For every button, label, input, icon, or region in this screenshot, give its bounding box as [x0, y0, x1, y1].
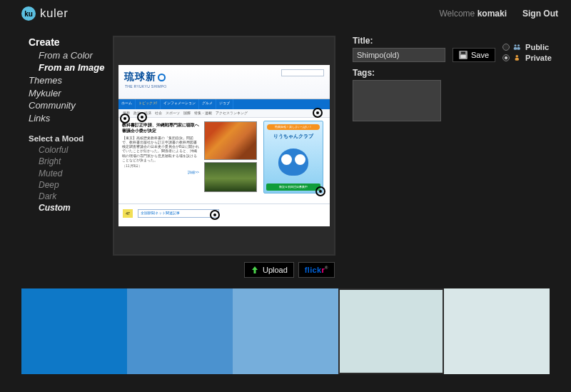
nav-themes[interactable]: Themes	[29, 74, 107, 87]
person-icon	[513, 54, 522, 61]
swatch-4[interactable]	[444, 288, 550, 374]
mood-deep[interactable]: Deep	[29, 179, 107, 191]
nav-create[interactable]: Create	[29, 36, 107, 49]
mood-custom[interactable]: Custom	[29, 202, 107, 213]
mood-muted[interactable]: Muted	[29, 168, 107, 179]
ss-headline: 教科書訂正申請、沖縄戦専門家に聴取へ 審議会小委が決定	[122, 122, 199, 134]
tags-input[interactable]	[353, 80, 441, 121]
tags-label: Tags:	[353, 68, 550, 78]
upload-label: Upload	[263, 266, 288, 274]
main: Create From a Color From an Image Themes…	[0, 24, 571, 256]
welcome-prefix: Welcome	[440, 9, 477, 19]
ss-tabs: ホーム トピックス! インフォメーション グルメ ジョブ	[118, 99, 330, 109]
brand: ku kuler	[21, 6, 68, 21]
flickr-button[interactable]: flickr®	[298, 262, 335, 278]
ss-yellow-badge: 47	[123, 209, 133, 218]
private-label: Private	[525, 54, 552, 62]
swatch-0[interactable]	[21, 288, 127, 374]
header: ku kuler Welcome komaki Sign Out	[0, 0, 571, 24]
palette-swatches	[21, 288, 550, 374]
ss-promo: 特典満載！楽しさいっぱい！ りうちゃんクラブ 新規＆初回注目募集中	[263, 121, 323, 194]
ss-body-text: 【東京】高校歴史教科書の「集団自決」問題で、教科書出版社から訂正申請書の教科用図…	[122, 136, 199, 163]
brand-logo-icon: ku	[21, 6, 36, 21]
upload-arrow-icon	[251, 266, 259, 274]
nav-links[interactable]: Links	[29, 112, 107, 125]
ss-photo-2	[204, 162, 257, 192]
nav-from-color[interactable]: From a Color	[29, 49, 107, 62]
header-right: Welcome komaki Sign Out	[440, 9, 559, 19]
svg-point-4	[517, 44, 520, 46]
ss-menu: 最新 政治 経済 社会 スポーツ 国際 特集・連載 アクセスランキング	[118, 109, 330, 118]
sidebar: Create From a Color From an Image Themes…	[0, 36, 107, 256]
save-button[interactable]: Save	[453, 48, 495, 62]
sign-out-link[interactable]: Sign Out	[522, 9, 558, 19]
ss-sublogo: THE RYUKYU SHIMPO	[125, 84, 166, 89]
nav-mykuler[interactable]: Mykuler	[29, 87, 107, 100]
brand-name: kuler	[40, 6, 68, 21]
title-input[interactable]	[353, 48, 445, 62]
nav-from-image[interactable]: From an Image	[29, 61, 107, 74]
nav-community[interactable]: Community	[29, 99, 107, 112]
public-label: Public	[525, 43, 549, 51]
swatch-3[interactable]	[338, 288, 444, 374]
floppy-icon	[459, 51, 468, 59]
mood-colorful[interactable]: Colorful	[29, 144, 107, 156]
svg-point-7	[516, 55, 518, 57]
private-radio[interactable]	[502, 54, 510, 61]
mood-bright[interactable]: Bright	[29, 156, 107, 167]
image-actions: Upload flickr®	[244, 262, 335, 278]
swatch-2[interactable]	[233, 288, 338, 374]
username: komaki	[477, 9, 507, 19]
people-icon	[513, 44, 522, 51]
svg-rect-8	[515, 58, 519, 61]
svg-point-3	[515, 44, 517, 46]
right-panel: Title: Save Public Private	[344, 36, 558, 256]
mood-dark[interactable]: Dark	[29, 191, 107, 202]
save-label: Save	[471, 51, 489, 59]
ss-related-link: 全国新聞ネット関連記事	[138, 209, 219, 218]
ss-photo-1	[204, 121, 257, 160]
upload-button[interactable]: Upload	[244, 262, 294, 278]
title-label: Title:	[353, 36, 445, 46]
svg-rect-1	[461, 52, 465, 54]
svg-rect-2	[460, 55, 466, 59]
ss-more-link: 詳細>>	[122, 170, 199, 174]
swatch-1[interactable]	[127, 288, 233, 374]
svg-rect-5	[514, 47, 517, 50]
mood-list: ColorfulBrightMutedDeepDarkCustom	[29, 144, 107, 213]
public-radio[interactable]	[502, 44, 510, 51]
visibility-group: Public Private	[502, 43, 552, 62]
mood-section-label: Select a Mood	[29, 134, 107, 143]
welcome-text: Welcome komaki	[440, 9, 507, 19]
image-preview-area[interactable]: 琉球新 THE RYUKYU SHIMPO ホーム トピックス! インフォメーシ…	[113, 36, 335, 256]
svg-rect-6	[517, 47, 520, 50]
ss-search-box	[281, 69, 324, 76]
source-image: 琉球新 THE RYUKYU SHIMPO ホーム トピックス! インフォメーシ…	[118, 65, 330, 226]
ss-logo: 琉球新	[124, 71, 166, 84]
flickr-label: flickr®	[305, 266, 328, 274]
